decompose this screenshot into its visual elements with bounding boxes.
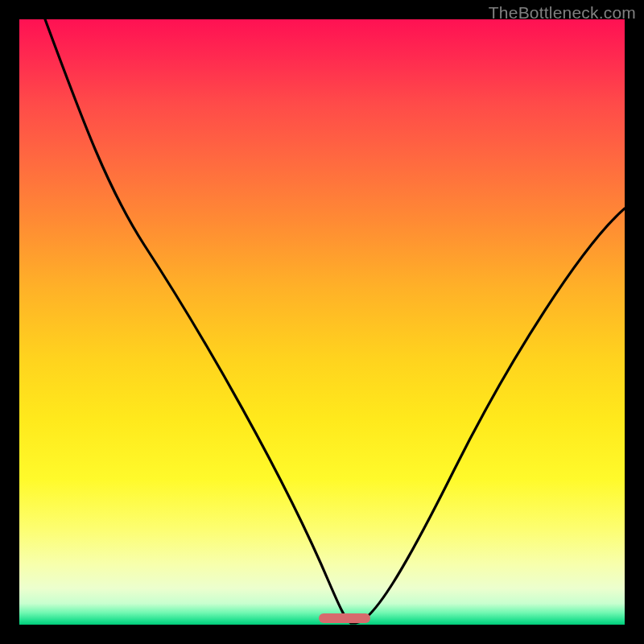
optimal-marker [319,613,370,623]
bottleneck-curve [19,19,625,625]
chart-frame: TheBottleneck.com [0,0,644,644]
curve-path [45,19,625,623]
plot-area [19,19,625,625]
watermark-text: TheBottleneck.com [489,3,636,23]
